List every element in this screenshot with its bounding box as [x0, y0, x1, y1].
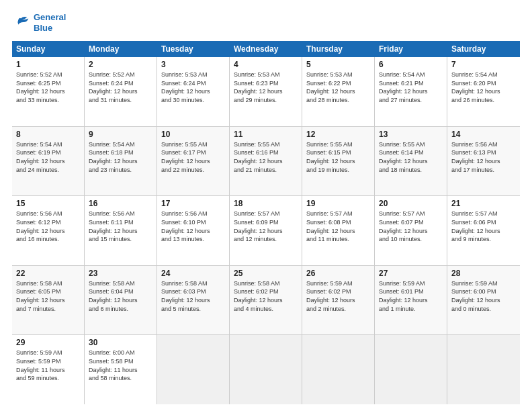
calendar-body: 1Sunrise: 5:52 AMSunset: 6:25 PMDaylight… [12, 57, 520, 404]
day-number: 17 [161, 199, 225, 208]
cell-content: Sunrise: 5:56 AMSunset: 6:10 PMDaylight:… [161, 210, 225, 243]
cell-content: Sunrise: 5:52 AMSunset: 6:25 PMDaylight:… [16, 71, 80, 104]
day-number: 29 [16, 338, 80, 347]
day-number: 19 [306, 199, 370, 208]
cell-content: Sunrise: 5:58 AMSunset: 6:02 PMDaylight:… [234, 279, 298, 313]
cell-content: Sunrise: 6:00 AMSunset: 5:58 PMDaylight:… [89, 349, 152, 382]
day-number: 16 [89, 199, 152, 208]
cell-content: Sunrise: 5:58 AMSunset: 6:04 PMDaylight:… [89, 279, 152, 313]
logo-text: General Blue [34, 12, 66, 33]
day-number: 23 [89, 269, 152, 278]
calendar-row: 15Sunrise: 5:56 AMSunset: 6:12 PMDayligh… [12, 196, 520, 266]
cell-content: Sunrise: 5:55 AMSunset: 6:14 PMDaylight:… [379, 140, 443, 174]
calendar-cell: 11Sunrise: 5:55 AMSunset: 6:16 PMDayligh… [230, 127, 302, 196]
calendar-cell: 1Sunrise: 5:52 AMSunset: 6:25 PMDaylight… [12, 57, 85, 126]
day-number: 10 [161, 130, 225, 139]
day-number: 14 [451, 130, 516, 139]
calendar-cell: 30Sunrise: 6:00 AMSunset: 5:58 PMDayligh… [85, 335, 157, 404]
logo: General Blue [12, 12, 66, 33]
calendar-cell: 16Sunrise: 5:56 AMSunset: 6:11 PMDayligh… [85, 196, 157, 265]
calendar-cell: 24Sunrise: 5:58 AMSunset: 6:03 PMDayligh… [157, 266, 230, 335]
calendar-cell: 7Sunrise: 5:54 AMSunset: 6:20 PMDaylight… [447, 57, 520, 126]
day-number: 9 [89, 130, 152, 139]
logo-icon [12, 13, 31, 32]
cell-content: Sunrise: 5:58 AMSunset: 6:03 PMDaylight:… [161, 279, 225, 313]
calendar-row: 8Sunrise: 5:54 AMSunset: 6:19 PMDaylight… [12, 127, 520, 197]
cell-content: Sunrise: 5:59 AMSunset: 6:01 PMDaylight:… [379, 279, 443, 313]
cell-content: Sunrise: 5:59 AMSunset: 6:00 PMDaylight:… [451, 279, 516, 313]
day-number: 2 [89, 60, 152, 69]
calendar-cell [375, 335, 447, 404]
day-number: 12 [306, 130, 370, 139]
day-number: 6 [379, 60, 443, 69]
calendar-cell: 2Sunrise: 5:52 AMSunset: 6:24 PMDaylight… [85, 57, 157, 126]
cell-content: Sunrise: 5:55 AMSunset: 6:16 PMDaylight:… [234, 140, 298, 174]
calendar-cell: 27Sunrise: 5:59 AMSunset: 6:01 PMDayligh… [375, 266, 447, 335]
cell-content: Sunrise: 5:59 AMSunset: 6:02 PMDaylight:… [306, 279, 370, 313]
calendar-cell: 12Sunrise: 5:55 AMSunset: 6:15 PMDayligh… [302, 127, 375, 196]
cell-content: Sunrise: 5:53 AMSunset: 6:23 PMDaylight:… [234, 71, 298, 104]
calendar-cell: 6Sunrise: 5:54 AMSunset: 6:21 PMDaylight… [375, 57, 447, 126]
weekday-header: Tuesday [157, 41, 230, 57]
day-number: 18 [234, 199, 298, 208]
day-number: 4 [234, 60, 298, 69]
calendar-cell: 9Sunrise: 5:54 AMSunset: 6:18 PMDaylight… [85, 127, 157, 196]
cell-content: Sunrise: 5:57 AMSunset: 6:07 PMDaylight:… [379, 210, 443, 243]
calendar-row: 22Sunrise: 5:58 AMSunset: 6:05 PMDayligh… [12, 266, 520, 336]
cell-content: Sunrise: 5:57 AMSunset: 6:08 PMDaylight:… [306, 210, 370, 243]
calendar-cell [302, 335, 375, 404]
calendar-cell [157, 335, 230, 404]
day-number: 1 [16, 60, 80, 69]
calendar-row: 1Sunrise: 5:52 AMSunset: 6:25 PMDaylight… [12, 57, 520, 127]
calendar-cell [447, 335, 520, 404]
day-number: 20 [379, 199, 443, 208]
day-number: 3 [161, 60, 225, 69]
cell-content: Sunrise: 5:53 AMSunset: 6:24 PMDaylight:… [161, 71, 225, 104]
calendar-cell: 26Sunrise: 5:59 AMSunset: 6:02 PMDayligh… [302, 266, 375, 335]
cell-content: Sunrise: 5:55 AMSunset: 6:15 PMDaylight:… [306, 140, 370, 174]
calendar-cell: 25Sunrise: 5:58 AMSunset: 6:02 PMDayligh… [230, 266, 302, 335]
day-number: 11 [234, 130, 298, 139]
day-number: 28 [451, 269, 516, 278]
calendar-cell: 4Sunrise: 5:53 AMSunset: 6:23 PMDaylight… [230, 57, 302, 126]
calendar-cell: 14Sunrise: 5:56 AMSunset: 6:13 PMDayligh… [447, 127, 520, 196]
calendar-header: SundayMondayTuesdayWednesdayThursdayFrid… [12, 41, 520, 57]
calendar-cell [230, 335, 302, 404]
day-number: 21 [451, 199, 516, 208]
day-number: 24 [161, 269, 225, 278]
cell-content: Sunrise: 5:54 AMSunset: 6:21 PMDaylight:… [379, 71, 443, 104]
calendar-cell: 13Sunrise: 5:55 AMSunset: 6:14 PMDayligh… [375, 127, 447, 196]
cell-content: Sunrise: 5:54 AMSunset: 6:19 PMDaylight:… [16, 140, 80, 174]
calendar-cell: 5Sunrise: 5:53 AMSunset: 6:22 PMDaylight… [302, 57, 375, 126]
cell-content: Sunrise: 5:53 AMSunset: 6:22 PMDaylight:… [306, 71, 370, 104]
calendar-cell: 29Sunrise: 5:59 AMSunset: 5:59 PMDayligh… [12, 335, 85, 404]
day-number: 8 [16, 130, 80, 139]
cell-content: Sunrise: 5:54 AMSunset: 6:18 PMDaylight:… [89, 140, 152, 174]
calendar-cell: 23Sunrise: 5:58 AMSunset: 6:04 PMDayligh… [85, 266, 157, 335]
day-number: 26 [306, 269, 370, 278]
calendar-cell: 21Sunrise: 5:57 AMSunset: 6:06 PMDayligh… [447, 196, 520, 265]
cell-content: Sunrise: 5:54 AMSunset: 6:20 PMDaylight:… [451, 71, 516, 104]
cell-content: Sunrise: 5:56 AMSunset: 6:13 PMDaylight:… [451, 140, 516, 174]
weekday-header: Sunday [12, 41, 85, 57]
day-number: 30 [89, 338, 152, 347]
calendar-cell: 8Sunrise: 5:54 AMSunset: 6:19 PMDaylight… [12, 127, 85, 196]
calendar-cell: 3Sunrise: 5:53 AMSunset: 6:24 PMDaylight… [157, 57, 230, 126]
cell-content: Sunrise: 5:59 AMSunset: 5:59 PMDaylight:… [16, 349, 80, 382]
cell-content: Sunrise: 5:58 AMSunset: 6:05 PMDaylight:… [16, 279, 80, 313]
day-number: 5 [306, 60, 370, 69]
day-number: 7 [451, 60, 516, 69]
day-number: 13 [379, 130, 443, 139]
cell-content: Sunrise: 5:52 AMSunset: 6:24 PMDaylight:… [89, 71, 152, 104]
calendar-cell: 19Sunrise: 5:57 AMSunset: 6:08 PMDayligh… [302, 196, 375, 265]
cell-content: Sunrise: 5:57 AMSunset: 6:06 PMDaylight:… [451, 210, 516, 243]
weekday-header: Wednesday [230, 41, 302, 57]
calendar-cell: 28Sunrise: 5:59 AMSunset: 6:00 PMDayligh… [447, 266, 520, 335]
calendar: SundayMondayTuesdayWednesdayThursdayFrid… [12, 41, 520, 404]
cell-content: Sunrise: 5:56 AMSunset: 6:11 PMDaylight:… [89, 210, 152, 243]
calendar-cell: 17Sunrise: 5:56 AMSunset: 6:10 PMDayligh… [157, 196, 230, 265]
day-number: 25 [234, 269, 298, 278]
day-number: 27 [379, 269, 443, 278]
calendar-cell: 18Sunrise: 5:57 AMSunset: 6:09 PMDayligh… [230, 196, 302, 265]
weekday-header: Saturday [447, 41, 520, 57]
